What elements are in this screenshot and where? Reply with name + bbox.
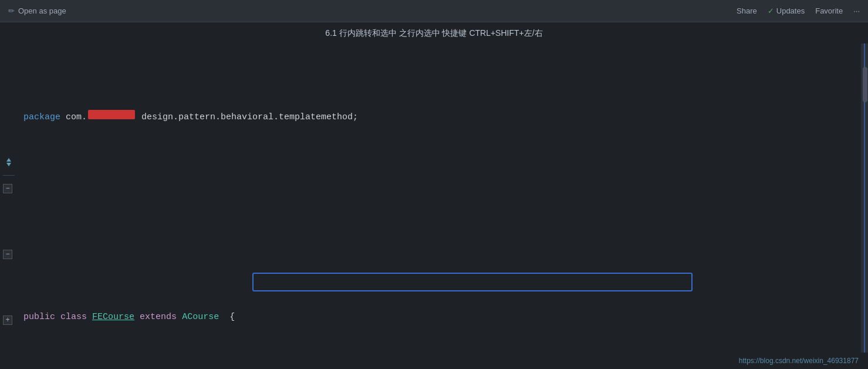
code-editor: package com. design.pattern.behavioral.t… xyxy=(19,43,868,368)
top-bar-right: Share ✓ Updates Favorite ··· xyxy=(737,6,860,15)
expand-icon-1[interactable]: + xyxy=(3,316,12,325)
bottom-url: https://blog.csdn.net/weixin_46931877 xyxy=(739,357,859,365)
collapse-icon-1[interactable]: − xyxy=(3,184,12,193)
right-scrollbar[interactable] xyxy=(861,43,868,368)
share-button[interactable]: Share xyxy=(737,6,757,15)
top-bar-left: ✏ Open as page xyxy=(8,6,66,15)
bottom-bar: https://blog.csdn.net/weixin_46931877 xyxy=(0,353,868,369)
check-icon: ✓ xyxy=(768,6,774,15)
left-nav-icons: − − + xyxy=(0,43,18,368)
collapse-icon-2[interactable]: − xyxy=(3,250,12,259)
redacted-name xyxy=(88,110,135,119)
code-line-class: public class FECourse extends ACourse { xyxy=(23,309,868,326)
pencil-icon: ✏ xyxy=(8,6,15,15)
code-line-blank2 xyxy=(23,233,868,248)
svg-marker-1 xyxy=(6,163,11,166)
subtitle-bar: 6.1 行内跳转和选中 之行内选中 快捷键 CTRL+SHIFT+左/右 xyxy=(0,22,868,43)
favorite-button[interactable]: Favorite xyxy=(815,6,843,15)
code-line-blank1 xyxy=(23,187,868,202)
svg-marker-0 xyxy=(6,158,11,162)
updates-button[interactable]: ✓ Updates xyxy=(768,6,805,15)
code-line-package: package com. design.pattern.behavioral.t… xyxy=(23,109,868,126)
top-bar: ✏ Open as page Share ✓ Updates Favorite … xyxy=(0,0,868,22)
open-as-page-link[interactable]: Open as page xyxy=(18,6,66,15)
keyword-package: package xyxy=(23,110,60,125)
subtitle-text: 6.1 行内跳转和选中 之行内选中 快捷键 CTRL+SHIFT+左/右 xyxy=(325,28,542,38)
scrollbar-thumb[interactable] xyxy=(863,67,867,102)
more-button[interactable]: ··· xyxy=(853,6,860,15)
arrow-up-down-icon[interactable] xyxy=(2,155,16,169)
